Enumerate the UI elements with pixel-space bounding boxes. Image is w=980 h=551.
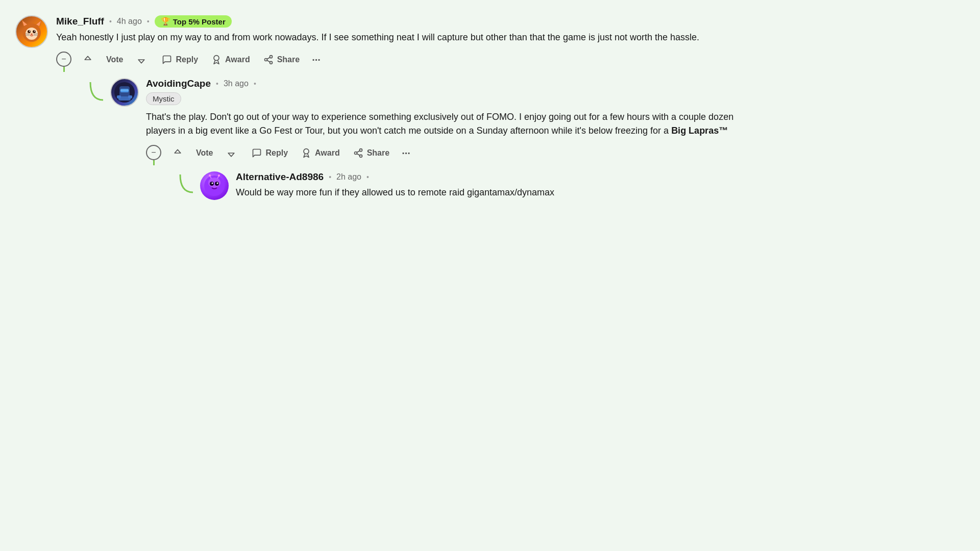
reply-icon	[162, 55, 172, 65]
award-label-avoiding: Award	[315, 148, 340, 158]
username-alt: Alternative-Ad8986	[236, 171, 324, 183]
share-label-mike: Share	[277, 55, 300, 64]
reply-button-mike[interactable]: Reply	[157, 52, 203, 68]
downvote-button-mike[interactable]	[131, 52, 152, 68]
upvote-button-avoiding[interactable]	[167, 145, 188, 161]
comment-thread: Mike_Fluff • 4h ago • 🏆 Top 5% Poster Ye…	[15, 15, 750, 207]
reply-icon-2	[252, 148, 262, 158]
svg-point-10	[31, 34, 33, 35]
action-bar-mike: Vote Reply Award	[78, 52, 750, 68]
thread-vertical-line	[63, 67, 65, 72]
vote-label-avoiding: Vote	[191, 145, 218, 161]
reply-body-alt: Alternative-Ad8986 • 2h ago • Would be w…	[236, 171, 750, 207]
vote-group-avoiding: Vote	[167, 145, 241, 161]
avatar-image-mike	[18, 18, 45, 45]
minus-icon: −	[61, 55, 66, 64]
svg-rect-26	[117, 95, 121, 98]
more-icon-2: ···	[402, 147, 410, 159]
svg-point-6	[28, 30, 31, 33]
award-icon	[211, 55, 222, 65]
action-bar-avoiding: Vote Reply	[167, 145, 750, 161]
avatar-image-alt	[203, 174, 226, 197]
award-icon-2	[301, 148, 311, 158]
share-icon-2	[353, 148, 363, 158]
svg-rect-27	[128, 95, 132, 98]
minus-icon-2: −	[151, 148, 156, 157]
svg-point-9	[34, 31, 35, 32]
svg-point-28	[304, 149, 309, 154]
share-button-avoiding[interactable]: Share	[348, 145, 395, 161]
username-avoiding: AvoidingCape	[146, 78, 211, 89]
avatar-avoiding-cape	[110, 78, 139, 107]
collapse-button-mike[interactable]: −	[56, 52, 71, 67]
username-mike: Mike_Fluff	[56, 16, 104, 27]
award-button-avoiding[interactable]: Award	[296, 145, 345, 161]
svg-point-41	[209, 174, 211, 177]
upvote-button-mike[interactable]	[78, 52, 98, 68]
svg-point-43	[218, 174, 220, 177]
reply-label-avoiding: Reply	[265, 148, 288, 158]
flair-mystic: Mystic	[146, 92, 181, 105]
avatar-image-avoiding	[113, 81, 136, 104]
reply-body-avoiding: AvoidingCape • 3h ago • Mystic That's th…	[146, 78, 750, 207]
comment-header-mike: Mike_Fluff • 4h ago • 🏆 Top 5% Poster	[56, 15, 750, 28]
comment-text-avoiding: That's the play. Don't go out of your wa…	[146, 110, 750, 138]
vote-label-mike: Vote	[101, 52, 128, 67]
top-poster-badge: 🏆 Top 5% Poster	[155, 15, 232, 28]
thread-vertical-line-2	[153, 160, 155, 165]
comment-mike-fluff: Mike_Fluff • 4h ago • 🏆 Top 5% Poster Ye…	[15, 15, 750, 207]
thread-curve-connector-2	[167, 174, 193, 200]
share-button-mike[interactable]: Share	[258, 52, 305, 68]
award-label-mike: Award	[225, 55, 250, 64]
reply-button-avoiding[interactable]: Reply	[247, 145, 293, 161]
more-button-avoiding[interactable]: ···	[398, 145, 414, 161]
badge-emoji: 🏆	[161, 17, 170, 26]
collapse-button-avoiding[interactable]: −	[146, 145, 161, 160]
svg-line-20	[267, 57, 270, 59]
avatar-alt-ad8986	[200, 171, 229, 200]
timestamp-mike: 4h ago	[117, 17, 142, 26]
award-button-mike[interactable]: Award	[206, 52, 255, 68]
reply-label-mike: Reply	[176, 55, 198, 64]
avatar-mike-fluff	[15, 15, 48, 48]
downvote-button-avoiding[interactable]	[221, 145, 241, 161]
bold-lapras: Big Lapras™	[671, 126, 728, 136]
timestamp-avoiding: 3h ago	[224, 79, 249, 88]
more-icon: ···	[312, 54, 321, 65]
downvote-icon	[136, 55, 146, 65]
svg-point-15	[214, 56, 219, 61]
comment-text-mike: Yeah honestly I just play on my way to a…	[56, 31, 750, 44]
comment-body-mike: Mike_Fluff • 4h ago • 🏆 Top 5% Poster Ye…	[56, 15, 750, 207]
share-icon	[263, 55, 274, 65]
svg-point-8	[29, 31, 30, 32]
upvote-icon	[83, 55, 93, 65]
thread-curve-connector-1	[78, 82, 103, 108]
more-button-mike[interactable]: ···	[308, 52, 325, 68]
svg-line-32	[357, 154, 360, 155]
svg-line-33	[357, 151, 360, 152]
svg-point-39	[217, 183, 218, 184]
comment-header-avoiding: AvoidingCape • 3h ago •	[146, 78, 750, 89]
comment-header-alt: Alternative-Ad8986 • 2h ago •	[236, 171, 750, 183]
vote-group-mike: Vote	[78, 52, 152, 68]
svg-point-7	[33, 30, 36, 33]
svg-line-19	[267, 60, 270, 62]
timestamp-alt: 2h ago	[336, 172, 361, 182]
upvote-icon-2	[173, 148, 183, 158]
share-label-avoiding: Share	[367, 148, 389, 158]
downvote-icon-2	[226, 148, 236, 158]
comment-text-alt: Would be way more fun if they allowed us…	[236, 186, 750, 199]
badge-label: Top 5% Poster	[173, 17, 226, 26]
svg-point-38	[212, 183, 213, 184]
